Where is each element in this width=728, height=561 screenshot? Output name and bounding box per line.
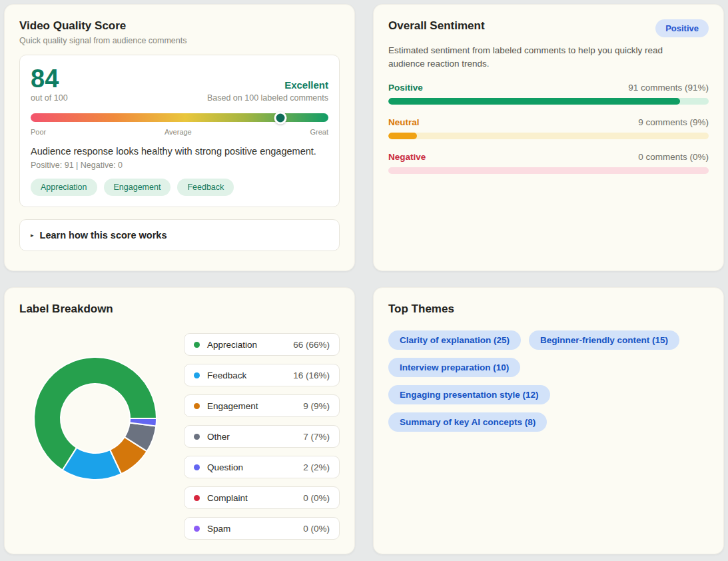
legend-value: 9 (9%): [303, 401, 330, 411]
card-subtitle: Quick quality signal from audience comme…: [19, 36, 340, 45]
legend-label: Feedback: [207, 370, 246, 380]
sentiment-bar-track: [388, 167, 709, 174]
theme-pill[interactable]: Engaging presentation style (12): [388, 385, 550, 404]
legend-color-dot-icon: [194, 495, 200, 501]
sentiment-value: 9 comments (9%): [638, 117, 709, 127]
sentiment-description: Estimated sentiment from labeled comment…: [388, 44, 701, 71]
legend-value: 7 (7%): [303, 432, 330, 442]
card-title: Top Themes: [388, 302, 709, 316]
legend-value: 0 (0%): [303, 493, 330, 503]
legend-value: 2 (2%): [303, 462, 330, 472]
sentiment-label: Negative: [388, 152, 426, 162]
top-themes-card: Top Themes Clarity of explanation (25)Be…: [373, 287, 724, 554]
legend-color-dot-icon: [194, 342, 200, 348]
score-number: 84: [31, 66, 68, 91]
score-counts-line: Positive: 91 | Negative: 0: [31, 161, 328, 170]
sentiment-value: 91 comments (91%): [628, 83, 709, 93]
label-donut-chart: [19, 316, 184, 540]
sentiment-label: Positive: [388, 83, 423, 93]
card-title: Overall Sentiment: [388, 19, 485, 33]
card-title: Label Breakdown: [19, 302, 340, 316]
gauge-label-poor: Poor: [31, 128, 46, 136]
sentiment-bar-list: Positive 91 comments (91%) Neutral 9 com…: [388, 83, 709, 174]
video-quality-score-card: Video Quality Score Quick quality signal…: [4, 4, 355, 271]
score-tag-pill: Feedback: [177, 179, 234, 196]
theme-pill[interactable]: Summary of key AI concepts (8): [388, 412, 547, 432]
legend-row[interactable]: Other 7 (7%): [184, 425, 340, 448]
donut-chart-svg: [33, 356, 158, 481]
legend-row[interactable]: Question 2 (2%): [184, 456, 340, 478]
card-title: Video Quality Score: [19, 19, 340, 33]
legend-value: 16 (16%): [293, 370, 330, 380]
legend-value: 66 (66%): [293, 340, 330, 350]
theme-pill[interactable]: Interview preparation (10): [388, 358, 520, 377]
sentiment-label: Neutral: [388, 117, 420, 127]
legend-label: Appreciation: [207, 340, 257, 350]
overall-sentiment-card: Overall Sentiment Positive Estimated sen…: [373, 4, 724, 271]
sentiment-bar-track: [388, 133, 709, 139]
theme-pill[interactable]: Clarity of explanation (25): [388, 330, 521, 350]
theme-pill[interactable]: Beginner-friendly content (15): [529, 330, 679, 350]
legend-label: Spam: [207, 524, 230, 534]
score-tag-pill: Engagement: [104, 179, 171, 196]
sentiment-status-badge: Positive: [655, 19, 709, 37]
legend-label: Other: [207, 432, 230, 442]
legend-color-dot-icon: [194, 403, 200, 409]
legend-color-dot-icon: [194, 464, 200, 470]
label-breakdown-card: Label Breakdown Appreciation 66 (66%) Fe…: [4, 287, 355, 554]
label-legend-list: Appreciation 66 (66%) Feedback 16 (16%) …: [184, 333, 340, 540]
score-block: 84 out of 100: [31, 66, 68, 103]
legend-color-dot-icon: [194, 526, 200, 532]
sentiment-value: 0 comments (0%): [638, 152, 709, 162]
legend-row[interactable]: Feedback 16 (16%): [184, 364, 340, 386]
expander-arrow-icon: ▸: [31, 232, 34, 239]
theme-pill-list: Clarity of explanation (25)Beginner-frie…: [388, 330, 688, 432]
score-basis: Based on 100 labeled comments: [207, 93, 328, 103]
learn-how-score-works-expander[interactable]: ▸ Learn how this score works: [19, 219, 340, 251]
score-summary: Audience response looks healthy with str…: [31, 146, 328, 157]
sentiment-bar-fill: [388, 133, 417, 139]
score-rating: Excellent: [207, 79, 328, 91]
legend-row[interactable]: Engagement 9 (9%): [184, 394, 340, 417]
expander-label: Learn how this score works: [40, 230, 167, 241]
legend-color-dot-icon: [194, 434, 200, 440]
legend-label: Complaint: [207, 493, 248, 503]
score-panel: 84 out of 100 Excellent Based on 100 lab…: [19, 55, 340, 207]
sentiment-row: Neutral 9 comments (9%): [388, 117, 709, 139]
gauge-label-average: Average: [165, 128, 192, 136]
legend-label: Question: [207, 462, 243, 472]
sentiment-row: Negative 0 comments (0%): [388, 152, 709, 174]
score-tag-row: AppreciationEngagementFeedback: [31, 179, 328, 196]
legend-color-dot-icon: [194, 372, 200, 378]
legend-row[interactable]: Complaint 0 (0%): [184, 486, 340, 509]
legend-row[interactable]: Appreciation 66 (66%): [184, 333, 340, 356]
legend-row[interactable]: Spam 0 (0%): [184, 517, 340, 540]
sentiment-bar-track: [388, 98, 709, 105]
score-tag-pill: Appreciation: [31, 179, 97, 196]
dashboard: Video Quality Score Quick quality signal…: [0, 0, 728, 561]
sentiment-row: Positive 91 comments (91%): [388, 83, 709, 105]
gauge-label-great: Great: [310, 128, 328, 136]
score-rating-block: Excellent Based on 100 labeled comments: [207, 79, 328, 103]
score-denominator: out of 100: [31, 93, 68, 103]
score-gauge-track: [31, 113, 328, 122]
legend-value: 0 (0%): [303, 524, 330, 534]
sentiment-bar-fill: [388, 98, 680, 105]
legend-label: Engagement: [207, 401, 258, 411]
score-gauge-knob[interactable]: [274, 111, 287, 124]
